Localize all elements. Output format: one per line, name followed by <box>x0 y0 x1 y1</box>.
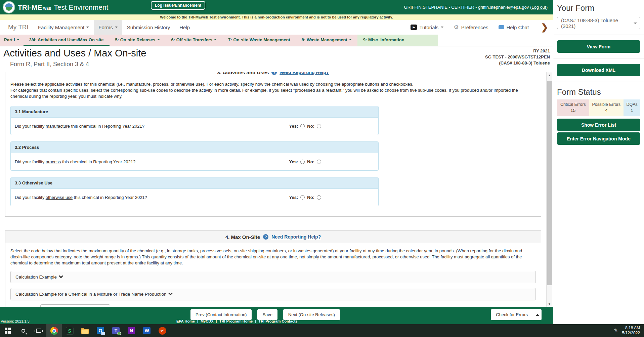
scrollbar-thumb[interactable] <box>547 81 552 285</box>
task-view-icon <box>36 329 41 333</box>
user-name-role: GRIFFIN.STEPHANIE - CERTIFIER - griffin.… <box>404 5 529 10</box>
footer-link-tri-program-contacts[interactable]: TRI Program Contacts <box>258 319 297 323</box>
caret-down-icon <box>86 27 89 28</box>
section-3-help-link[interactable]: Need Reporting Help? <box>280 72 329 75</box>
divider <box>553 35 644 35</box>
snipping-tool-icon: ✂ <box>157 326 167 335</box>
manufacture-no-radio[interactable] <box>317 124 321 128</box>
otherwise-use-yes-radio[interactable] <box>300 195 305 200</box>
caret-down-icon <box>214 39 217 40</box>
save-button[interactable]: Save <box>257 309 277 320</box>
nav-preferences[interactable]: ⚙Preferences <box>454 25 488 30</box>
tab-misc-information[interactable]: 9: Misc. Information <box>357 35 438 46</box>
taskbar-onenote-button[interactable]: N <box>124 324 139 337</box>
taskbar-snagit-button[interactable]: S <box>62 324 77 337</box>
tab-part-i[interactable]: Part I <box>0 35 24 46</box>
tab-onsite-waste-management[interactable]: 7: On-site Waste Management <box>222 35 296 46</box>
onenote-icon: N <box>128 327 135 334</box>
tab-activities-uses-max-onsite[interactable]: 3/4: Activities and Uses/Max On-site <box>24 35 110 46</box>
nav-buttons: Prev (Contact Information) Save Next (On… <box>190 309 340 320</box>
max-onsite-code-select[interactable]: Select a Max On-site Code <box>40 304 110 307</box>
tab-onsite-releases[interactable]: 5: On-site Releases <box>110 35 166 46</box>
scroll-up-arrow[interactable]: ▲ <box>547 72 552 78</box>
section-4-help-link[interactable]: Need Reporting Help? <box>271 234 321 240</box>
caret-down-icon <box>17 39 19 40</box>
taskbar-chrome-button[interactable] <box>46 324 62 337</box>
footer-link-epa-home[interactable]: EPA Home <box>176 319 195 323</box>
manufacture-yes-radio[interactable] <box>300 124 305 128</box>
section-3-instructions: Please select the applicable activities … <box>10 81 536 99</box>
next-button[interactable]: Next (On-site Releases) <box>283 309 340 320</box>
taskbar-teams-button[interactable]: T <box>108 324 124 337</box>
process-yes-radio[interactable] <box>300 160 305 164</box>
calculation-example-accordion[interactable]: Calculation Example <box>10 271 536 283</box>
pen-icon[interactable]: ✎ <box>613 327 619 334</box>
sidebar-title: Your Form <box>557 3 640 13</box>
logout-link[interactable]: Log out <box>531 5 546 10</box>
footer-link-tri-program-home[interactable]: TRI Program Home <box>219 319 253 323</box>
page-subtitle: Form R, Part II, Section 3 & 4 <box>10 61 89 68</box>
check-for-errors-button[interactable]: Check for Errors <box>491 309 533 320</box>
footer-link-mycdx[interactable]: MyCDX <box>201 319 214 323</box>
possible-errors-count: 4 <box>591 108 622 113</box>
taskbar-outlook-button[interactable]: O <box>93 324 108 337</box>
taskbar-file-explorer-button[interactable] <box>77 324 93 337</box>
video-icon: ▶ <box>411 25 417 30</box>
panel-manufacture: 3.1 Manufacture Did your facility manufa… <box>10 106 379 135</box>
nav-help-chat[interactable]: Help Chat <box>499 25 529 30</box>
panel-process-question-row: Did your facility process this chemical … <box>11 153 378 170</box>
taskbar-word-button[interactable]: W <box>139 324 155 337</box>
taskbar-search-button[interactable] <box>15 324 31 337</box>
show-error-list-button[interactable]: Show Error List <box>557 119 640 131</box>
content-scrollbar[interactable]: ▲ ▼ <box>546 72 552 307</box>
process-no-radio[interactable] <box>317 160 321 164</box>
page-title: Activities and Uses / Max On-site <box>3 48 146 59</box>
chevron-right-icon[interactable]: ❯ <box>541 23 548 32</box>
panel-process: 3.2 Process Did your facility process th… <box>10 141 379 171</box>
caret-down-icon <box>634 23 637 24</box>
panel-process-title: 3.2 Process <box>11 142 378 153</box>
taskbar-clock[interactable]: 8:18 AM 5/12/2022 <box>622 326 640 336</box>
panel-manufacture-title: 3.1 Manufacture <box>11 106 378 118</box>
check-errors-expand-button[interactable] <box>533 309 542 320</box>
form-section-tabs: Part I 3/4: Activities and Uses/Max On-s… <box>0 35 553 46</box>
nav-my-tri[interactable]: My TRI <box>3 20 33 35</box>
form-selector[interactable]: (CAS# 108-88-3) Toluene (2021) <box>557 17 640 29</box>
error-navigation-mode-button[interactable]: Enter Error Navigation Mode <box>557 132 640 145</box>
otherwise-use-no-radio[interactable] <box>317 195 321 200</box>
task-view-button[interactable] <box>31 324 46 337</box>
system-tray: ✎ 8:18 AM 5/12/2022 <box>614 326 644 336</box>
otherwise-use-yes-no: Yes: No: <box>289 195 321 200</box>
windows-logo-icon <box>5 328 11 334</box>
tab-waste-management[interactable]: 8: Waste Management <box>296 35 357 46</box>
max-onsite-row: Max On-site: Select a Max On-site Code <box>10 304 536 307</box>
log-issue-button[interactable]: Log Issue/Enhancement <box>151 1 205 10</box>
dqas-chip: DQAs 1 <box>624 99 640 116</box>
view-form-button[interactable]: View Form <box>557 40 640 53</box>
process-yes-no: Yes: No: <box>289 159 321 164</box>
facility-name: SG TEST - 2000WSGTST12PEN <box>485 54 550 60</box>
app-version: Version: 2021.1.3 <box>1 319 30 323</box>
taskbar-snipping-tool-button[interactable]: ✂ <box>155 324 170 337</box>
section-4-max-onsite: 4. Max On-Site ? Need Reporting Help? Se… <box>5 230 541 307</box>
nav-facility-management[interactable]: Facility Management <box>33 20 94 35</box>
tab-offsite-transfers[interactable]: 6: Off-site Transfers <box>166 35 223 46</box>
nav-help[interactable]: Help <box>175 20 195 35</box>
calculation-example-mixture-accordion[interactable]: Calculation Example for a Chemical in a … <box>10 288 536 300</box>
nav-tutorials[interactable]: ▶Tutorials <box>411 25 443 30</box>
section-3-activities-uses: 3. Activities and Uses ? Need Reporting … <box>5 72 541 217</box>
scroll-down-arrow[interactable]: ▼ <box>547 301 552 307</box>
help-question-icon: ? <box>263 234 268 240</box>
app-brand: TRI-ME WEB Test Environment <box>18 3 108 11</box>
nav-forms[interactable]: Forms <box>94 20 122 35</box>
download-xml-button[interactable]: Download XML <box>557 64 640 76</box>
form-status-chips: Critical Errors 15 Possible Errors 4 DQA… <box>557 99 640 116</box>
prev-button[interactable]: Prev (Contact Information) <box>190 309 252 320</box>
question-text: Did your facility process this chemical … <box>15 159 135 164</box>
start-button[interactable] <box>0 324 15 337</box>
critical-errors-count: 15 <box>559 108 587 113</box>
nav-submission-history[interactable]: Submission History <box>122 20 175 35</box>
tri-meweb-app: TRI-ME WEB Test Environment Log Issue/En… <box>0 0 644 337</box>
form-status-title: Form Status <box>557 87 640 97</box>
chevron-down-icon <box>59 274 63 278</box>
